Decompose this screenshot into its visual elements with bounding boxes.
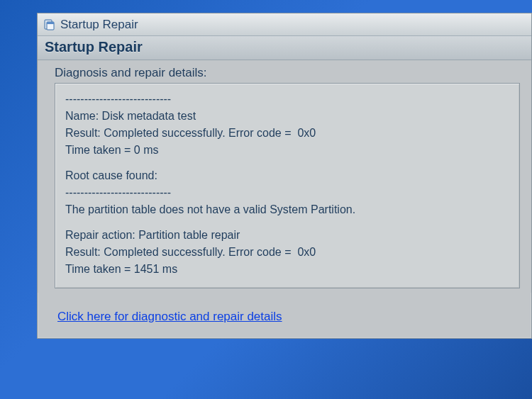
- root-cause-text: The partition table does not have a vali…: [65, 201, 509, 218]
- repair-action-value: Partition table repair: [138, 229, 240, 241]
- test-name-value: Disk metadata test: [102, 110, 196, 122]
- root-cause-title: Root cause found:: [65, 167, 509, 184]
- test-time-line: Time taken = 0 ms: [65, 142, 509, 159]
- svg-rect-2: [47, 22, 54, 24]
- diagnostic-details-link[interactable]: Click here for diagnostic and repair det…: [57, 310, 282, 323]
- repair-time-line: Time taken = 1451 ms: [65, 261, 509, 278]
- page-heading: Startup Repair: [45, 39, 524, 55]
- divider-2: ----------------------------: [65, 184, 509, 201]
- titlebar: Startup Repair: [38, 13, 531, 36]
- test-time-label: Time taken =: [65, 144, 131, 156]
- details-box: ---------------------------- Name: Disk …: [55, 83, 520, 288]
- section-label: Diagnosis and repair details:: [55, 66, 520, 80]
- window-title: Startup Repair: [60, 18, 138, 32]
- header-strip: Startup Repair: [38, 36, 531, 60]
- repair-result-label: Result:: [65, 246, 101, 258]
- window-icon: [43, 18, 56, 31]
- repair-result-value: Completed successfully. Error code = 0x0: [104, 246, 316, 258]
- repair-time-value: 1451 ms: [134, 263, 177, 275]
- startup-repair-window: Startup Repair Startup Repair Diagnosis …: [37, 13, 532, 339]
- test-result-line: Result: Completed successfully. Error co…: [65, 125, 509, 142]
- test-time-value: 0 ms: [134, 144, 159, 156]
- test-result-label: Result:: [65, 127, 101, 139]
- repair-action-label: Repair action:: [65, 229, 135, 241]
- repair-result-line: Result: Completed successfully. Error co…: [65, 244, 509, 261]
- content-area: Diagnosis and repair details: ----------…: [38, 60, 531, 293]
- repair-time-label: Time taken =: [65, 263, 131, 275]
- divider: ----------------------------: [65, 91, 509, 108]
- test-result-value: Completed successfully. Error code = 0x0: [104, 127, 316, 139]
- test-name-line: Name: Disk metadata test: [65, 108, 509, 125]
- test-name-label: Name:: [65, 110, 99, 122]
- repair-action-line: Repair action: Partition table repair: [65, 227, 509, 244]
- link-row: Click here for diagnostic and repair det…: [38, 293, 531, 338]
